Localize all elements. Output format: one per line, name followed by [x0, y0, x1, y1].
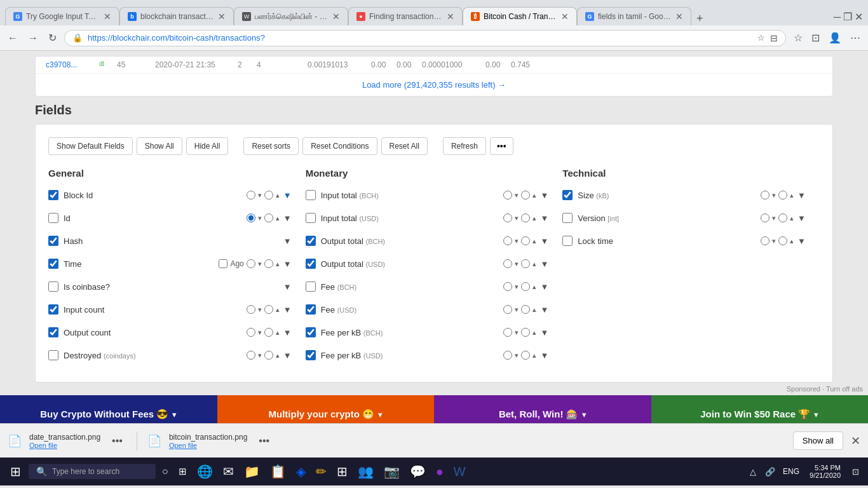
input-total-usd-sort-asc[interactable] — [521, 214, 530, 222]
id-sort-asc[interactable] — [264, 214, 273, 222]
download-link-1[interactable]: Open file — [29, 442, 100, 449]
fee-bch-sort-down[interactable]: ▾ — [513, 283, 520, 291]
taskbar-network[interactable]: 🔗 — [761, 464, 779, 479]
fee-bch-filter-icon[interactable]: ▼ — [539, 282, 550, 292]
taskbar-mail[interactable]: ✉ — [219, 461, 238, 482]
tab-close-4[interactable]: ✕ — [447, 11, 454, 22]
input-count-sort-asc[interactable] — [264, 305, 273, 314]
input-total-usd-filter-icon[interactable]: ▼ — [539, 214, 550, 223]
star-icon[interactable]: ☆ — [757, 33, 765, 43]
taskbar-files[interactable]: 📋 — [266, 461, 290, 482]
taskbar-app8[interactable]: ⊞ — [333, 461, 351, 482]
fee-usd-filter-icon[interactable]: ▼ — [539, 305, 550, 315]
tab-2[interactable]: b blockchain transaction ✕ — [119, 7, 234, 25]
download-link-2[interactable]: Open file — [169, 442, 247, 449]
block-id-sort-none[interactable] — [247, 191, 255, 200]
version-filter-icon[interactable]: ▼ — [796, 214, 807, 223]
show-all-downloads-button[interactable]: Show all — [793, 431, 843, 450]
destroyed-sort-none[interactable] — [247, 351, 255, 360]
size-sort-none[interactable] — [761, 191, 770, 200]
output-count-checkbox[interactable] — [48, 327, 58, 337]
tab-3[interactable]: W பணர்க்கெஷில்யின் - து... ✕ — [234, 7, 348, 25]
split-icon[interactable]: ⊟ — [770, 33, 778, 43]
input-total-bch-sort-down[interactable]: ▾ — [513, 191, 520, 200]
input-total-bch-sort-up[interactable]: ▴ — [531, 191, 538, 200]
show-default-fields-button[interactable]: Show Default Fields — [48, 137, 133, 155]
refresh-button[interactable]: Refresh — [443, 137, 486, 155]
is-coinbase-filter-icon[interactable]: ▼ — [282, 282, 293, 292]
destroyed-sort-asc[interactable] — [264, 351, 273, 360]
block-id-filter-icon[interactable]: ▼ — [282, 191, 293, 200]
tab-5[interactable]: ₿ Bitcoin Cash / Transact... ✕ — [463, 7, 577, 25]
fee-bch-checkbox[interactable] — [306, 281, 316, 292]
destroyed-filter-icon[interactable]: ▼ — [282, 351, 293, 360]
output-total-bch-sort-none[interactable] — [503, 236, 512, 245]
time-checkbox[interactable] — [48, 259, 58, 269]
input-count-sort-down[interactable]: ▾ — [257, 306, 263, 314]
time-sort-down[interactable]: ▾ — [257, 260, 263, 268]
input-total-bch-filter-icon[interactable]: ▼ — [539, 191, 550, 200]
tab-close-2[interactable]: ✕ — [218, 11, 226, 22]
is-coinbase-checkbox[interactable] — [48, 281, 58, 292]
tab-close-1[interactable]: ✕ — [104, 11, 111, 22]
ad-buy-crypto[interactable]: Buy Crypto Without Fees 😎 ▾ — [0, 395, 217, 423]
taskbar-folder[interactable]: 📁 — [240, 461, 264, 482]
input-total-usd-sort-down[interactable]: ▾ — [513, 214, 520, 222]
fee-usd-sort-asc[interactable] — [521, 305, 530, 314]
block-id-sort-up[interactable]: ▴ — [275, 191, 281, 200]
taskbar-up-arrow[interactable]: △ — [746, 464, 760, 479]
output-count-sort-none[interactable] — [247, 328, 255, 337]
tab-4[interactable]: ● Finding transactions or... ✕ — [348, 7, 463, 25]
output-total-usd-sort-none[interactable] — [503, 259, 512, 268]
time-sort-asc[interactable] — [264, 259, 273, 268]
taskbar-lang[interactable]: ENG — [780, 467, 802, 476]
ago-checkbox[interactable] — [219, 259, 227, 268]
input-total-usd-checkbox[interactable] — [306, 213, 316, 223]
show-all-button[interactable]: Show All — [137, 137, 182, 155]
reload-button[interactable]: ↻ — [46, 29, 59, 46]
new-tab-button[interactable]: + — [691, 12, 709, 25]
lock-time-sort-asc[interactable] — [778, 236, 787, 245]
maximize-button[interactable]: ❐ — [843, 11, 852, 23]
tab-6[interactable]: G fields in tamil - Google ✕ — [577, 7, 691, 25]
download-more-2[interactable]: ••• — [255, 435, 273, 447]
lock-time-checkbox[interactable] — [562, 236, 573, 246]
favorites-button[interactable]: ☆ — [791, 29, 805, 46]
input-count-filter-icon[interactable]: ▼ — [282, 305, 293, 315]
lock-time-sort-up[interactable]: ▴ — [789, 237, 795, 245]
taskbar-edge[interactable]: 🌐 — [193, 461, 217, 482]
version-sort-up[interactable]: ▴ — [789, 214, 795, 222]
close-window-button[interactable]: ✕ — [855, 11, 863, 23]
tab-close-6[interactable]: ✕ — [675, 11, 683, 22]
fee-bch-sort-none[interactable] — [503, 282, 512, 291]
hash-checkbox[interactable] — [48, 236, 58, 246]
id-sort-selected[interactable] — [247, 214, 255, 222]
id-sort-up[interactable]: ▴ — [275, 214, 281, 222]
fee-kb-bch-filter-icon[interactable]: ▼ — [539, 328, 550, 337]
input-total-bch-sort-none[interactable] — [503, 191, 512, 200]
taskbar-search-app[interactable]: ○ — [158, 463, 172, 480]
fee-bch-sort-asc[interactable] — [521, 282, 530, 291]
taskbar-whatsapp[interactable]: 💬 — [406, 461, 430, 482]
fee-usd-sort-down[interactable]: ▾ — [513, 306, 520, 314]
output-total-usd-sort-asc[interactable] — [521, 259, 530, 268]
output-total-bch-sort-down[interactable]: ▾ — [513, 237, 520, 245]
hash-filter-icon[interactable]: ▼ — [282, 236, 293, 246]
id-filter-icon[interactable]: ▼ — [282, 214, 293, 223]
taskbar-camera[interactable]: 📷 — [380, 461, 403, 482]
tab-close-3[interactable]: ✕ — [332, 11, 340, 22]
minimize-button[interactable]: ─ — [834, 11, 841, 23]
fee-kb-usd-checkbox[interactable] — [306, 350, 316, 360]
size-sort-asc[interactable] — [778, 191, 787, 200]
fee-usd-checkbox[interactable] — [306, 304, 316, 315]
input-total-bch-sort-asc[interactable] — [521, 191, 530, 200]
size-sort-down[interactable]: ▾ — [771, 191, 777, 200]
close-downloads-button[interactable]: ✕ — [851, 434, 860, 448]
fee-usd-sort-up[interactable]: ▴ — [531, 306, 538, 314]
tab-close-5[interactable]: ✕ — [561, 11, 569, 22]
lock-time-sort-down[interactable]: ▾ — [771, 237, 777, 245]
fee-kb-usd-sort-asc[interactable] — [521, 351, 530, 360]
destroyed-sort-up[interactable]: ▴ — [275, 351, 281, 360]
input-count-sort-none[interactable] — [247, 305, 255, 314]
version-checkbox[interactable] — [562, 213, 573, 223]
